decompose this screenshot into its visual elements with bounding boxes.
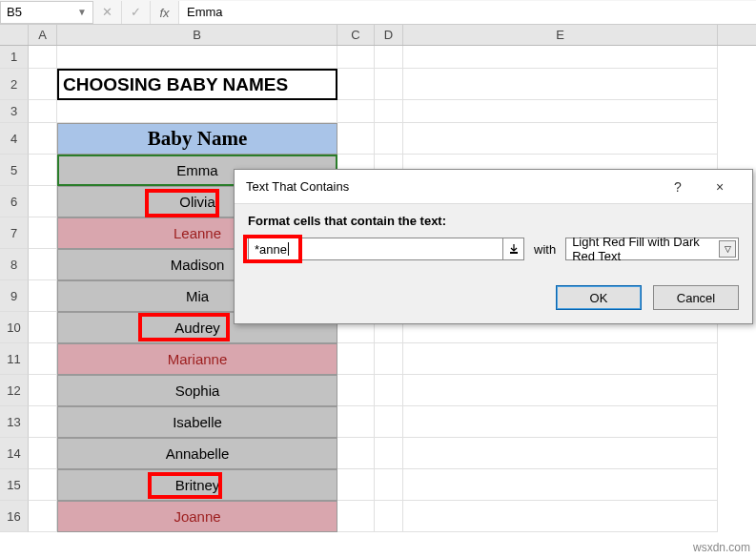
chevron-down-icon[interactable]: ▼ [77, 7, 87, 17]
cell[interactable] [337, 375, 375, 406]
cell[interactable] [29, 438, 57, 469]
name-box-value: B5 [7, 5, 77, 19]
cell[interactable] [403, 375, 718, 406]
col-header-D[interactable]: D [375, 25, 403, 45]
row-header[interactable]: 4 [0, 123, 29, 155]
row-header[interactable]: 15 [0, 469, 29, 501]
row-header[interactable]: 8 [0, 249, 29, 280]
table-header-cell[interactable]: Baby Name [57, 123, 337, 155]
cell[interactable] [29, 217, 57, 249]
cell[interactable] [337, 438, 375, 469]
row-header[interactable]: 9 [0, 280, 29, 312]
dialog-titlebar[interactable]: Text That Contains ? × [235, 170, 752, 204]
name-cell[interactable]: Joanne [57, 501, 337, 532]
cell[interactable] [403, 100, 718, 123]
cell[interactable] [29, 280, 57, 312]
row-header[interactable]: 3 [0, 100, 29, 123]
row-header[interactable]: 16 [0, 501, 29, 532]
row-header[interactable]: 12 [0, 375, 29, 406]
cell[interactable] [375, 100, 403, 123]
cell[interactable] [375, 375, 403, 406]
row-header[interactable]: 7 [0, 217, 29, 249]
col-header-B[interactable]: B [57, 25, 337, 45]
cell[interactable] [29, 375, 57, 406]
cell[interactable] [403, 438, 718, 469]
cell[interactable] [403, 69, 718, 100]
input-value: *anne [255, 242, 287, 257]
name-box[interactable]: B5 ▼ [0, 1, 93, 24]
cell[interactable] [337, 501, 375, 532]
cell[interactable] [375, 46, 403, 69]
cell[interactable] [403, 469, 718, 501]
title-cell[interactable]: CHOOSING BABY NAMES [57, 69, 337, 100]
cell[interactable] [29, 100, 57, 123]
cell[interactable] [375, 343, 403, 375]
cell[interactable] [29, 123, 57, 155]
name-cell[interactable]: Isabelle [57, 406, 337, 438]
cell[interactable] [29, 343, 57, 375]
close-button[interactable]: × [699, 173, 741, 201]
cell[interactable] [375, 438, 403, 469]
cell[interactable] [29, 469, 57, 501]
dialog-buttons: OK Cancel [248, 285, 739, 310]
name-cell[interactable]: Annabelle [57, 438, 337, 469]
close-icon: × [716, 179, 724, 195]
accept-formula-icon[interactable]: ✓ [122, 1, 151, 24]
cell[interactable] [29, 46, 57, 69]
cell[interactable] [29, 249, 57, 280]
cell[interactable] [337, 69, 375, 100]
row-headers: 1 2 3 4 5 6 7 8 9 10 11 12 13 14 15 16 [0, 46, 29, 532]
cell[interactable] [403, 406, 718, 438]
cell[interactable] [403, 46, 718, 69]
cell[interactable] [375, 123, 403, 155]
cell[interactable] [403, 123, 718, 155]
row-header[interactable]: 10 [0, 312, 29, 343]
cancel-formula-icon[interactable]: ✕ [93, 1, 122, 24]
contains-text-input[interactable]: *anne [248, 238, 503, 260]
cell[interactable] [337, 406, 375, 438]
cell[interactable] [57, 100, 337, 123]
cell[interactable] [337, 343, 375, 375]
cell[interactable] [29, 69, 57, 100]
dialog-title-text: Text That Contains [246, 179, 657, 194]
col-header-E[interactable]: E [403, 25, 718, 45]
name-cell[interactable]: Marianne [57, 343, 337, 375]
row-header[interactable]: 11 [0, 343, 29, 375]
col-header-C[interactable]: C [337, 25, 375, 45]
range-selector-button[interactable] [503, 238, 524, 260]
cell[interactable] [375, 469, 403, 501]
select-all-corner[interactable] [0, 25, 29, 45]
ok-button[interactable]: OK [556, 285, 642, 310]
col-header-A[interactable]: A [29, 25, 57, 45]
formula-input[interactable]: Emma [179, 1, 756, 24]
cell[interactable] [337, 100, 375, 123]
cell[interactable] [29, 186, 57, 217]
row-header[interactable]: 6 [0, 186, 29, 217]
cell[interactable] [29, 155, 57, 186]
name-cell[interactable]: Britney [57, 469, 337, 501]
row-header[interactable]: 1 [0, 46, 29, 69]
cell[interactable] [337, 469, 375, 501]
cell[interactable] [337, 123, 375, 155]
dialog-body: Format cells that contain the text: *ann… [235, 204, 752, 323]
formula-bar-row: B5 ▼ ✕ ✓ fx Emma [0, 0, 756, 25]
cell[interactable] [375, 406, 403, 438]
cell[interactable] [337, 46, 375, 69]
cell[interactable] [29, 406, 57, 438]
cell[interactable] [375, 501, 403, 532]
cell[interactable] [29, 501, 57, 532]
cancel-button[interactable]: Cancel [653, 285, 739, 310]
cell[interactable] [29, 312, 57, 343]
format-select[interactable]: Light Red Fill with Dark Red Text ▽ [565, 238, 739, 260]
row-header[interactable]: 14 [0, 438, 29, 469]
row-header[interactable]: 2 [0, 69, 29, 100]
cell[interactable] [403, 501, 718, 532]
help-button[interactable]: ? [657, 173, 699, 201]
fx-icon[interactable]: fx [151, 1, 179, 24]
row-header[interactable]: 5 [0, 155, 29, 186]
row-header[interactable]: 13 [0, 406, 29, 438]
name-cell[interactable]: Sophia [57, 375, 337, 406]
cell[interactable] [403, 343, 718, 375]
cell[interactable] [375, 69, 403, 100]
cell[interactable] [57, 46, 337, 69]
